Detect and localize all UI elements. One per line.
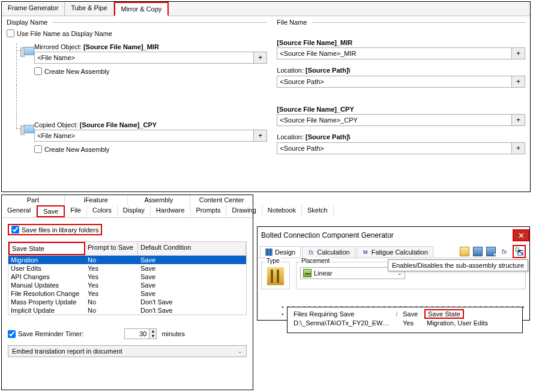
fx-tool-icon[interactable]: fx	[499, 247, 509, 256]
table-row[interactable]: User EditsYesSave	[8, 264, 246, 273]
subtab-drawing[interactable]: Drawing	[226, 205, 262, 217]
table-row[interactable]: API ChangesYesSave	[8, 273, 246, 281]
mirrored-object-label: Mirrored Object: [Source File Name]_MIR	[34, 43, 267, 50]
bolted-title: Bolted Connection Component Generator	[261, 231, 394, 240]
col-save-state[interactable]: Save State	[8, 242, 85, 255]
category-tabs: Part iFeature Assembly Content Center	[2, 195, 253, 205]
sub-assembly-toggle-button[interactable]	[513, 245, 526, 258]
col-condition[interactable]: Default Condition	[138, 242, 246, 255]
open-icon[interactable]	[460, 247, 469, 256]
copied-display-name-input[interactable]: <File Name>	[34, 130, 254, 142]
chevron-down-icon: ⌄	[238, 348, 242, 354]
fn-cpy-pattern: [Source File Name]_CPY	[277, 106, 354, 113]
col-prompt[interactable]: Prompt to Save	[85, 242, 138, 255]
linear-icon	[303, 269, 312, 277]
copy-icon	[23, 125, 34, 133]
add-mirrored-name-button[interactable]: +	[254, 52, 267, 64]
save-options-panel: Part iFeature Assembly Content Center Ge…	[1, 194, 253, 390]
loc-cpy-input[interactable]: <Source Path>	[277, 142, 512, 154]
save-icon[interactable]	[473, 247, 483, 256]
fx-icon: fx	[307, 249, 315, 256]
subtabs: General Save File Colors Display Hardwar…	[2, 205, 253, 218]
save-in-library-checkbox[interactable]: Save files in library folders	[8, 224, 102, 235]
add-copied-name-button[interactable]: +	[254, 130, 267, 142]
use-file-name-checkbox[interactable]: Use File Name as Display Name	[7, 28, 267, 41]
tab-tube-pipe[interactable]: Tube & Pipe	[65, 2, 113, 16]
add-loc-mir-button[interactable]: +	[512, 76, 525, 88]
tab-calculation[interactable]: fx Calculation	[302, 246, 355, 258]
tab-frame-generator[interactable]: Frame Generator	[2, 2, 65, 16]
loc-cpy-label: Location: [Source Path]\	[277, 133, 525, 140]
col-save[interactable]: Save	[400, 310, 424, 318]
cat-ifeature[interactable]: iFeature	[65, 195, 128, 205]
files-requiring-save-panel: Files Requiring Save / Save Save State D…	[287, 307, 523, 333]
file-name-label: File Name	[277, 19, 307, 26]
subtab-general[interactable]: General	[2, 205, 37, 217]
bolt-type-icon[interactable]	[267, 267, 284, 285]
display-name-label: Display Name	[7, 19, 47, 26]
close-button[interactable]: ✕	[513, 229, 529, 241]
top-tabs: Frame Generator Tube & Pipe Mirror & Cop…	[2, 2, 530, 16]
cat-content-center[interactable]: Content Center	[190, 195, 253, 205]
subtab-notebook[interactable]: Notebook	[262, 205, 302, 217]
subtab-sketch[interactable]: Sketch	[302, 205, 334, 217]
loc-mir-label: Location: [Source Path]\	[277, 67, 525, 74]
subtab-hardware[interactable]: Hardware	[151, 205, 191, 217]
table-row[interactable]: File Resolution ChangeYesSave	[8, 289, 246, 298]
mirrored-display-name-input[interactable]: <File Name>	[34, 52, 254, 64]
loc-mir-input[interactable]: <Source Path>	[277, 76, 512, 88]
fn-cpy-input[interactable]: <Source File Name>_CPY	[277, 114, 512, 126]
translation-report-dropdown[interactable]: Embed translation report in document ⌄	[8, 345, 247, 357]
create-assembly-cpy-checkbox[interactable]: Create New Assembly	[34, 144, 267, 153]
subtab-save[interactable]: Save	[37, 205, 65, 217]
design-icon	[265, 249, 273, 256]
tab-design[interactable]: Design	[260, 246, 301, 258]
tab-mirror-copy[interactable]: Mirror & Copy	[114, 2, 169, 16]
type-group: Type	[261, 262, 290, 289]
spinner-up-icon[interactable]: ▲	[149, 329, 156, 334]
fn-mir-input[interactable]: <Source File Name>_MIR	[277, 47, 512, 59]
save-reminder-checkbox[interactable]: Save Reminder Timer:	[8, 330, 83, 338]
subtab-prompts[interactable]: Prompts	[191, 205, 227, 217]
save-state-table: Save State Prompt to Save Default Condit…	[8, 241, 247, 315]
file-name-column: File Name [Source File Name]_MIR <Source…	[277, 19, 525, 163]
subtab-colors[interactable]: Colors	[87, 205, 118, 217]
file-row[interactable]: D:\_Senna\TA\OTx_FY20_EWSv2... Yes Migra…	[291, 319, 519, 327]
table-row[interactable]: Implicit UpdateNoDon't Save	[8, 306, 246, 315]
tab-fatigue[interactable]: M Fatigue Calculation	[357, 246, 433, 258]
mirror-copy-panel: Frame Generator Tube & Pipe Mirror & Cop…	[1, 1, 531, 192]
cat-part[interactable]: Part	[2, 195, 65, 205]
subtab-display[interactable]: Display	[118, 205, 151, 217]
table-row[interactable]: Manual UpdatesYesSave	[8, 281, 246, 289]
spinner-down-icon[interactable]: ▼	[149, 334, 156, 339]
col-files-requiring[interactable]: Files Requiring Save	[291, 310, 393, 318]
table-row[interactable]: MigrationNoSave	[8, 256, 246, 264]
add-loc-cpy-button[interactable]: +	[512, 142, 525, 154]
col-save-state[interactable]: Save State	[424, 309, 464, 319]
create-assembly-mir-checkbox[interactable]: Create New Assembly	[34, 66, 267, 75]
sub-assembly-tooltip: Enables/Disables the sub-assembly struct…	[388, 259, 528, 271]
subtab-file[interactable]: File	[65, 205, 87, 217]
copied-object-label: Copied Object: [Source File Name]_CPY	[34, 121, 267, 128]
reminder-unit: minutes	[161, 330, 185, 337]
display-name-column: Display Name Use File Name as Display Na…	[7, 19, 277, 163]
fatigue-icon: M	[362, 249, 369, 256]
table-row[interactable]: Mass Property UpdateNoDon't Save	[8, 298, 246, 306]
reminder-spinner[interactable]: 30 ▲▼	[124, 328, 157, 339]
add-fn-mir-button[interactable]: +	[512, 47, 525, 59]
save-as-icon[interactable]: ▸	[486, 247, 496, 256]
mirror-icon	[23, 47, 34, 55]
add-fn-cpy-button[interactable]: +	[512, 114, 525, 126]
fn-mir-pattern: [Source File Name]_MIR	[277, 39, 352, 46]
cat-assembly[interactable]: Assembly	[128, 195, 191, 205]
